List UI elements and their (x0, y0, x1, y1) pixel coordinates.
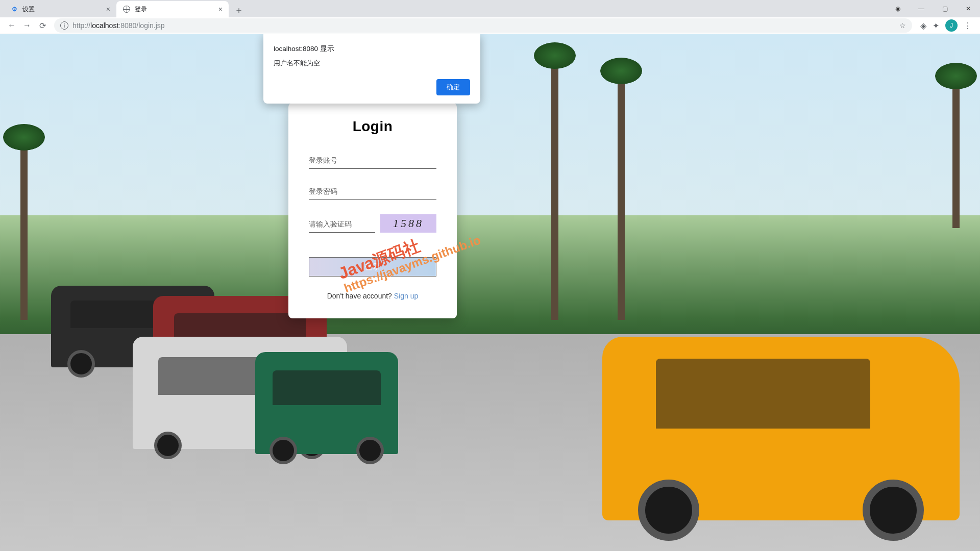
js-alert: localhost:8080 显示 用户名不能为空 确定 (263, 34, 480, 104)
signup-row: Don't have account? Sign up (309, 292, 436, 300)
toolbar-right: ◈ ✦ J ⋮ (916, 19, 976, 32)
toolbar: ← → ⟳ i http://localhost:8080/login.jsp … (0, 17, 980, 34)
avatar[interactable]: J (945, 19, 958, 32)
extensions-puzzle-icon[interactable]: ✦ (933, 21, 939, 31)
captcha-image[interactable]: 1588 (380, 214, 436, 233)
minimize-button[interactable]: — (910, 1, 933, 17)
new-tab-button[interactable]: ＋ (232, 3, 246, 17)
password-input[interactable] (309, 183, 436, 200)
reload-button[interactable]: ⟳ (35, 18, 50, 33)
browser-chrome: ⚙ 设置 × 登录 × ＋ ◉ — ▢ ✕ ← → ⟳ i http://loc… (0, 0, 980, 34)
captcha-input[interactable] (309, 216, 375, 233)
tab-login[interactable]: 登录 × (116, 1, 229, 17)
url-text: http://localhost:8080/login.jsp (72, 21, 165, 30)
login-card: Login 1588 登录 Don't have account? Sign u… (288, 103, 457, 318)
tab-title: 设置 (22, 5, 35, 14)
tab-settings[interactable]: ⚙ 设置 × (4, 1, 116, 17)
extension-icon[interactable]: ◈ (920, 21, 926, 31)
close-icon[interactable]: × (218, 5, 223, 13)
tab-strip: ⚙ 设置 × 登录 × ＋ (0, 0, 980, 17)
address-bar[interactable]: i http://localhost:8080/login.jsp ☆ (54, 18, 912, 33)
account-icon[interactable]: ◉ (886, 1, 910, 17)
signup-link[interactable]: Sign up (394, 292, 418, 300)
tab-title: 登录 (135, 5, 147, 14)
alert-message: 用户名不能为空 (274, 59, 470, 68)
username-input[interactable] (309, 152, 436, 169)
close-icon[interactable]: × (106, 5, 110, 13)
forward-button[interactable]: → (19, 18, 35, 33)
alert-ok-button[interactable]: 确定 (436, 79, 470, 95)
maximize-button[interactable]: ▢ (933, 1, 957, 17)
signup-prompt: Don't have account? (327, 292, 394, 300)
captcha-row: 1588 (309, 214, 436, 233)
star-icon[interactable]: ☆ (899, 21, 906, 30)
page-viewport: Login 1588 登录 Don't have account? Sign u… (0, 34, 980, 551)
menu-icon[interactable]: ⋮ (964, 21, 972, 31)
close-window-button[interactable]: ✕ (957, 1, 980, 17)
gear-icon: ⚙ (10, 5, 18, 13)
login-title: Login (309, 118, 436, 135)
globe-icon (122, 5, 131, 13)
window-controls: ◉ — ▢ ✕ (886, 0, 980, 17)
site-info-icon[interactable]: i (60, 21, 68, 30)
login-button[interactable]: 登录 (309, 257, 436, 277)
alert-title: localhost:8080 显示 (274, 44, 470, 54)
back-button[interactable]: ← (4, 18, 19, 33)
